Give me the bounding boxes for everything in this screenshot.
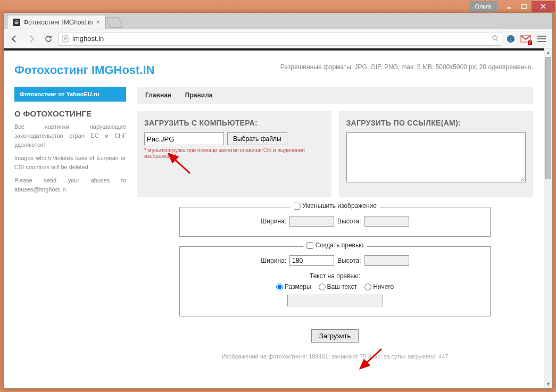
upload-panels: ЗАГРУЗИТЬ С КОМПЬЮТЕРА: Выбрать файлы * …	[137, 111, 533, 197]
sidebar-heading: О ФОТОХОСТИНГЕ	[14, 109, 126, 118]
footer-stats: Изображений на фотохостинге: 189481; зан…	[137, 353, 533, 360]
main-layout: Фотохостинг от YahooEU.ru О ФОТОХОСТИНГЕ…	[4, 87, 544, 360]
top-nav: Главная Правила	[137, 87, 533, 104]
preview-text-label: Текст на превью:	[185, 272, 485, 280]
bookmark-star-icon[interactable]	[491, 34, 499, 43]
scroll-up-arrow-icon[interactable]: ▲	[544, 48, 552, 57]
svg-point-3	[16, 22, 17, 23]
site-title: Фотохостинг IMGHost.IN	[14, 63, 155, 77]
choose-files-button[interactable]: Выбрать файлы	[227, 132, 287, 145]
address-bar[interactable]: imghost.in	[58, 32, 502, 46]
gmail-extension-icon[interactable]: 7	[519, 32, 532, 45]
globe-extension-icon[interactable]	[504, 32, 517, 45]
sidebar-text-1: Все картинки нарушающие законодательство…	[14, 122, 126, 149]
reload-button[interactable]	[41, 31, 56, 46]
resize-legend: Уменьшить изображение	[290, 202, 380, 210]
preview-checkbox[interactable]	[306, 242, 313, 249]
close-button[interactable]	[532, 1, 555, 12]
maximize-button[interactable]	[517, 1, 532, 12]
new-tab-button[interactable]	[106, 17, 122, 28]
upload-url-title: ЗАГРУЗИТЬ ПО ССЫЛКЕ(АМ):	[346, 119, 526, 127]
nav-rules[interactable]: Правила	[185, 91, 213, 99]
resize-group: Уменьшить изображение Ширина: Высота:	[179, 207, 491, 237]
os-window: Ольга Фотохостинг IMGhost.in ×	[0, 0, 556, 392]
preview-opt-none[interactable]: Ничего	[364, 283, 394, 290]
sidebar-text-2: Images which violates laws of Eurpean or…	[14, 154, 126, 172]
preview-custom-text-input[interactable]	[287, 295, 383, 306]
browser-tab[interactable]: Фотохостинг IMGhost.in ×	[7, 15, 106, 29]
radio-none-label: Ничего	[373, 283, 394, 290]
upload-computer-panel: ЗАГРУЗИТЬ С КОМПЬЮТЕРА: Выбрать файлы * …	[137, 111, 331, 197]
url-text: imghost.in	[72, 35, 104, 43]
sidebar-tab[interactable]: Фотохостинг от YahooEU.ru	[14, 87, 126, 102]
site-header: Фотохостинг IMGHost.IN Разрешенные форма…	[4, 51, 544, 87]
vertical-scrollbar[interactable]: ▲ ▼	[544, 48, 552, 388]
preview-width-input[interactable]	[289, 255, 334, 266]
upload-computer-title: ЗАГРУЗИТЬ С КОМПЬЮТЕРА:	[144, 119, 324, 127]
radio-size[interactable]	[276, 283, 283, 290]
back-button[interactable]	[7, 31, 22, 46]
scroll-down-arrow-icon[interactable]: ▼	[544, 380, 552, 388]
resize-dim-row: Ширина: Высота:	[185, 216, 485, 227]
resize-legend-label: Уменьшить изображение	[302, 202, 377, 210]
sidebar-text-3: Please send your abuses to abuses@imghos…	[14, 176, 126, 194]
file-name-input[interactable]	[144, 132, 224, 145]
nav-main[interactable]: Главная	[145, 91, 171, 99]
file-row: Выбрать файлы	[144, 132, 324, 145]
page-icon	[62, 35, 69, 43]
radio-size-label: Размеры	[285, 283, 311, 290]
preview-opt-size[interactable]: Размеры	[276, 283, 311, 290]
viewport: Фотохостинг IMGHost.IN Разрешенные форма…	[4, 48, 552, 388]
radio-custom[interactable]	[319, 283, 326, 290]
tab-strip: Фотохостинг IMGhost.in ×	[4, 13, 552, 29]
forward-button[interactable]	[24, 31, 39, 46]
url-textarea[interactable]	[346, 132, 526, 182]
svg-rect-0	[507, 7, 511, 9]
browser-toolbar: imghost.in 7	[4, 29, 552, 48]
preview-legend: Создать превью	[303, 241, 367, 249]
resize-checkbox[interactable]	[293, 203, 300, 210]
resize-height-label: Высота:	[337, 218, 361, 225]
resize-height-input[interactable]	[364, 216, 409, 227]
tab-title: Фотохостинг IMGhost.in	[23, 19, 93, 26]
multiupload-hint: * мультизагрузка при помощи зажатия клав…	[144, 147, 324, 159]
window-titlebar: Ольга	[0, 0, 556, 13]
svg-rect-4	[63, 36, 68, 42]
preview-height-input[interactable]	[364, 255, 409, 266]
radio-custom-label: Ваш текст	[327, 283, 358, 290]
preview-legend-label: Создать превью	[316, 241, 363, 249]
user-button[interactable]: Ольга	[469, 1, 497, 12]
resize-width-label: Ширина:	[261, 218, 286, 225]
upload-submit-button[interactable]: Загрузить	[311, 329, 359, 343]
svg-rect-1	[522, 4, 526, 9]
scrollbar-thumb[interactable]	[545, 57, 551, 179]
page-content: Фотохостинг IMGHost.IN Разрешенные форма…	[4, 48, 544, 388]
site-subtitle: Разрешенные форматы: JPG, GIF, PNG; max:…	[280, 63, 533, 71]
tab-close-icon[interactable]: ×	[96, 18, 101, 26]
tab-favicon-icon	[13, 19, 20, 26]
gmail-badge: 7	[528, 40, 532, 45]
preview-height-label: Высота:	[337, 257, 361, 264]
sidebar: Фотохостинг от YahooEU.ru О ФОТОХОСТИНГЕ…	[14, 87, 126, 360]
chrome-menu-button[interactable]	[534, 31, 549, 46]
browser-frame: Фотохостинг IMGhost.in × imghost.in	[3, 13, 553, 389]
preview-width-label: Ширина:	[261, 257, 286, 264]
resize-width-input[interactable]	[289, 216, 334, 227]
radio-none[interactable]	[364, 283, 371, 290]
upload-url-panel: ЗАГРУЗИТЬ ПО ССЫЛКЕ(АМ):	[339, 111, 534, 197]
preview-radio-row: Размеры Ваш текст Ничего	[185, 283, 485, 290]
preview-opt-custom[interactable]: Ваш текст	[319, 283, 358, 290]
preview-dim-row: Ширина: Высота:	[185, 255, 485, 266]
main-column: Главная Правила ЗАГРУЗИТЬ С КОМПЬЮТЕРА: …	[137, 87, 533, 360]
submit-row: Загрузить	[137, 329, 533, 343]
preview-group: Создать превью Ширина: Высота: Текст на …	[179, 246, 491, 316]
minimize-button[interactable]	[502, 1, 517, 12]
